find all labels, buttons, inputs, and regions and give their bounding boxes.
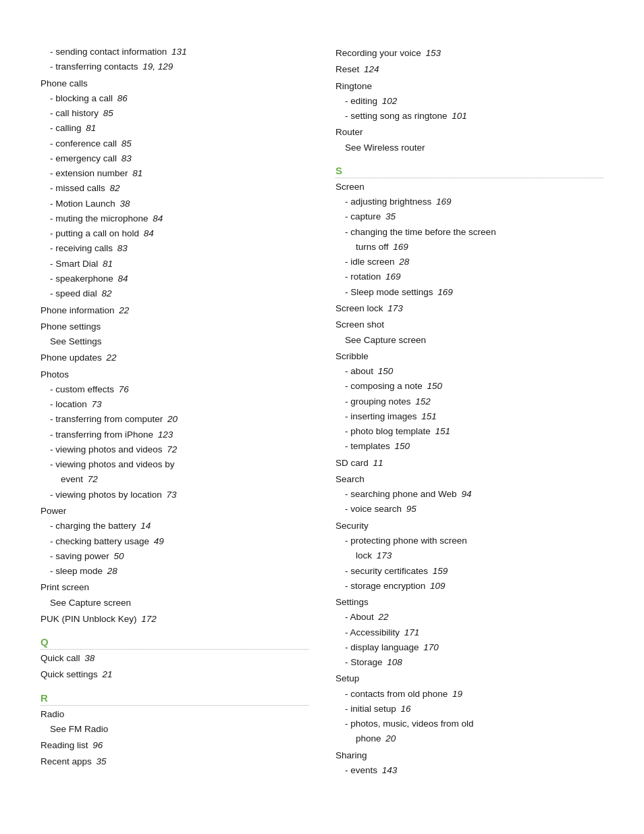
index-entry: - transferring contacts 19, 129 <box>41 59 308 74</box>
entry-text: - capture <box>345 211 381 221</box>
entry-text: - missed calls <box>50 183 105 193</box>
entry-text: Phone updates <box>41 353 102 363</box>
entry-page: 11 <box>371 458 383 468</box>
index-entry: phone 20 <box>336 731 603 746</box>
index-entry: - emergency call 83 <box>41 151 308 166</box>
index-entry: lock 173 <box>336 548 603 563</box>
entry-page: 95 <box>404 504 417 514</box>
entry-page: 38 <box>82 653 95 663</box>
index-entry: Screen shot <box>336 317 603 332</box>
entry-text: - Motion Launch <box>50 199 115 209</box>
entry-text: Screen <box>336 182 365 192</box>
entry-text: - adjusting brightness <box>345 197 431 207</box>
entry-text: See Capture screen <box>345 335 426 345</box>
entry-text: Print screen <box>41 582 89 592</box>
index-entry: - contacts from old phone 19 <box>336 687 603 702</box>
entry-page: 152 <box>413 396 431 407</box>
index-entry: Radio <box>41 707 308 722</box>
index-entry: Phone settings <box>41 319 308 334</box>
entry-text: See Wireless router <box>345 142 425 153</box>
index-entry: Sharing <box>336 748 603 763</box>
entry-text: - grouping notes <box>345 396 411 407</box>
entry-page: 159 <box>430 566 448 576</box>
entry-text: - calling <box>50 123 82 133</box>
index-entry: Print screen <box>41 580 308 595</box>
entry-text: - viewing photos and videos <box>50 444 163 454</box>
index-entry: - inserting images 151 <box>336 409 603 424</box>
index-entry: - call history 85 <box>41 106 308 121</box>
index-entry: Phone calls <box>41 76 308 91</box>
index-entry: - setting song as ringtone 101 <box>336 109 603 124</box>
index-entry: - custom effects 76 <box>41 382 308 397</box>
index-columns: - sending contact information 131- trans… <box>41 45 603 778</box>
entry-page: 150 <box>392 441 410 451</box>
entry-text: Router <box>336 127 363 137</box>
entry-text: - changing the time before the screen <box>345 227 496 237</box>
index-entry: Screen <box>336 180 603 194</box>
index-entry: - editing 102 <box>336 94 603 109</box>
entry-page: 173 <box>385 303 403 313</box>
index-entry: Reset 124 <box>336 62 603 77</box>
entry-text: - transferring from computer <box>50 414 163 424</box>
entry-page: 83 <box>115 243 128 253</box>
entry-page: 169 <box>435 287 453 297</box>
entry-text: - charging the battery <box>50 521 136 531</box>
index-entry: PUK (PIN Unblock Key) 172 <box>41 612 308 627</box>
entry-page: 14 <box>138 521 151 531</box>
entry-page: 170 <box>421 642 439 652</box>
entry-text: - about <box>345 366 373 376</box>
index-entry: - sending contact information 131 <box>41 45 308 59</box>
entry-text: Photos <box>41 369 69 380</box>
entry-text: - photo blog template <box>345 426 431 436</box>
entry-text: Search <box>336 474 365 484</box>
index-entry: - Storage 108 <box>336 655 603 670</box>
index-entry: - protecting phone with screen <box>336 533 603 548</box>
index-entry: - viewing photos by location 73 <box>41 488 308 502</box>
entry-page: 96 <box>90 740 103 750</box>
entry-text: - checking battery usage <box>50 536 149 546</box>
index-entry: - photo blog template 151 <box>336 424 603 439</box>
entry-page: 28 <box>397 257 410 267</box>
index-entry: Recording your voice 153 <box>336 46 603 61</box>
index-entry: - putting a call on hold 84 <box>41 226 308 241</box>
entry-page: 73 <box>89 399 102 409</box>
index-entry: Phone updates 22 <box>41 350 308 365</box>
entry-page: 94 <box>459 489 472 499</box>
entry-text: turns off <box>356 242 389 252</box>
section-letter-q: Q <box>41 636 308 650</box>
entry-page: 124 <box>361 64 379 74</box>
entry-text: Phone settings <box>41 321 101 332</box>
entry-text: - Storage <box>345 657 383 667</box>
entry-text: Scribble <box>336 351 369 361</box>
entry-text: Reset <box>336 64 359 74</box>
entry-text: - viewing photos and videos by <box>50 459 175 469</box>
entry-page: 131 <box>169 47 186 57</box>
entry-text: - speakerphone <box>50 273 113 284</box>
entry-text: - transferring from iPhone <box>50 429 153 440</box>
entry-text: Power <box>41 506 66 516</box>
entry-text: - Smart Dial <box>50 259 98 269</box>
entry-text: - Sleep mode settings <box>345 287 433 297</box>
entry-page: 76 <box>116 384 129 394</box>
entry-page: 143 <box>379 765 397 775</box>
index-entry: - missed calls 82 <box>41 181 308 196</box>
entry-text: - protecting phone with screen <box>345 536 467 546</box>
index-entry: See Settings <box>41 334 308 349</box>
entry-text: Setup <box>336 673 359 683</box>
index-entry: Setup <box>336 671 603 686</box>
page: - sending contact information 131- trans… <box>0 0 644 834</box>
section-letter-s: S <box>336 165 603 178</box>
entry-text: - display language <box>345 642 419 652</box>
entry-text: phone <box>356 733 381 744</box>
index-entry: - grouping notes 152 <box>336 394 603 409</box>
entry-text: Radio <box>41 709 64 719</box>
entry-page: 83 <box>119 153 132 163</box>
entry-page: 84 <box>115 273 128 284</box>
entry-page: 81 <box>84 123 97 133</box>
entry-text: - saving power <box>50 551 109 561</box>
entry-text: - events <box>345 765 377 775</box>
index-entry: SD card 11 <box>336 456 603 471</box>
index-entry: - About 22 <box>336 610 603 625</box>
index-entry: event 72 <box>41 472 308 487</box>
index-entry: - storage encryption 109 <box>336 579 603 594</box>
